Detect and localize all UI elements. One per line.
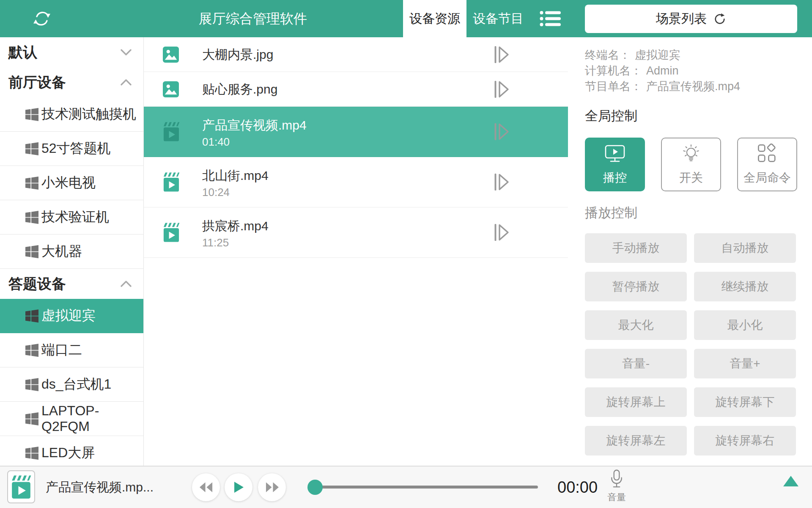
microphone-icon xyxy=(609,469,624,491)
resume-playback-button[interactable]: 继续播放 xyxy=(694,272,796,301)
video-file-icon xyxy=(163,122,180,142)
play-media-icon[interactable] xyxy=(494,80,509,99)
video-clapper-icon xyxy=(11,475,31,499)
tab-device-programs[interactable]: 设备节目 xyxy=(466,0,530,37)
windows-logo-icon xyxy=(25,412,38,425)
scene-list-button[interactable]: 场景列表 xyxy=(585,5,797,33)
volume-down-button[interactable]: 音量- xyxy=(585,349,687,378)
next-track-button[interactable] xyxy=(258,473,286,501)
global-command-mode-button[interactable]: 全局命令 xyxy=(737,138,797,191)
rotate-screen-right-button[interactable]: 旋转屏幕右 xyxy=(694,426,796,456)
volume-up-button[interactable]: 音量+ xyxy=(694,349,796,378)
windows-logo-icon xyxy=(25,309,38,323)
sidebar-item-label: 端口二 xyxy=(41,341,82,359)
sidebar-item[interactable]: 虚拟迎宾 xyxy=(0,299,143,333)
chevron-down-icon xyxy=(121,49,132,55)
media-duration: 11:25 xyxy=(202,236,229,249)
terminal-info: 终端名：虚拟迎宾 计算机名：Admin 节目单名：产品宣传视频.mp4 xyxy=(585,47,797,94)
sidebar-item-label: 虚拟迎宾 xyxy=(41,306,96,325)
progress-knob[interactable] xyxy=(307,480,323,495)
sidebar-item[interactable]: ds_台式机1 xyxy=(0,367,143,402)
playback-control-title: 播放控制 xyxy=(585,204,797,222)
media-file-name: 北山街.mp4 xyxy=(202,167,269,185)
tab-device-resources[interactable]: 设备资源 xyxy=(403,0,466,37)
media-row[interactable]: 拱宸桥.mp411:25 xyxy=(144,207,568,258)
top-bar: 展厅综合管理软件 设备资源 设备节目 场景列表 xyxy=(0,0,812,37)
video-file-icon xyxy=(163,223,180,243)
rotate-screen-up-button[interactable]: 旋转屏幕上 xyxy=(585,387,687,417)
play-button[interactable] xyxy=(225,473,252,501)
media-row[interactable]: 北山街.mp410:24 xyxy=(144,157,568,207)
sidebar-item-label: ds_台式机1 xyxy=(41,375,111,394)
windows-logo-icon xyxy=(25,245,38,258)
pause-playback-button[interactable]: 暂停播放 xyxy=(585,272,687,301)
sidebar-item-label: 技术测试触摸机 xyxy=(41,105,136,124)
media-row[interactable]: 产品宣传视频.mp401:40 xyxy=(144,107,568,157)
previous-track-button[interactable] xyxy=(192,473,220,501)
mode-button-label: 开关 xyxy=(679,170,703,186)
manual-play-button[interactable]: 手动播放 xyxy=(585,233,687,263)
global-control-title: 全局控制 xyxy=(585,107,797,125)
sidebar-group-label: 前厅设备 xyxy=(8,73,66,92)
play-media-icon[interactable] xyxy=(494,173,509,191)
rotate-screen-left-button[interactable]: 旋转屏幕左 xyxy=(585,426,687,456)
media-file-name: 贴心服务.png xyxy=(202,80,277,98)
elapsed-time: 00:00 xyxy=(557,467,598,508)
auto-play-button[interactable]: 自动播放 xyxy=(694,233,796,263)
volume-control[interactable]: 音量 xyxy=(605,469,628,504)
media-file-name: 产品宣传视频.mp4 xyxy=(202,117,307,134)
maximize-button[interactable]: 最大化 xyxy=(585,310,687,340)
monitor-play-icon xyxy=(604,144,625,164)
windows-logo-icon xyxy=(25,378,38,391)
image-file-icon xyxy=(163,47,179,63)
play-media-icon[interactable] xyxy=(494,45,509,64)
media-file-name: 大棚内景.jpg xyxy=(202,46,273,63)
sidebar-item[interactable]: 端口二 xyxy=(0,333,143,367)
sidebar-item[interactable]: 技术测试触摸机 xyxy=(0,97,143,132)
rewind-icon xyxy=(199,482,213,493)
media-list: 大棚内景.jpg贴心服务.png产品宣传视频.mp401:40北山街.mp410… xyxy=(144,37,568,258)
sidebar-item-label: LED大屏 xyxy=(41,444,95,462)
playlist-name-line: 节目单名：产品宣传视频.mp4 xyxy=(585,79,797,94)
collapse-panel-icon[interactable] xyxy=(783,476,798,486)
video-file-icon xyxy=(163,172,180,192)
sidebar-item[interactable]: 小米电视 xyxy=(0,166,143,200)
rotate-screen-down-button[interactable]: 旋转屏幕下 xyxy=(694,387,796,417)
refresh-icon xyxy=(713,13,726,25)
playback-buttons-grid: 手动播放自动播放暂停播放继续播放最大化最小化音量-音量+旋转屏幕上旋转屏幕下旋转… xyxy=(585,233,797,456)
sidebar-item[interactable]: LED大屏 xyxy=(0,436,143,466)
scene-list-label: 场景列表 xyxy=(656,10,707,28)
sidebar-group-header[interactable]: 答题设备 xyxy=(0,269,143,299)
sidebar-item-label: 技术验证机 xyxy=(41,208,109,226)
sidebar-group-label: 默认 xyxy=(8,43,37,62)
windows-logo-icon xyxy=(25,108,38,121)
media-duration: 01:40 xyxy=(202,135,230,149)
player-bar: 产品宣传视频.mp... 00:00 音量 xyxy=(0,466,812,508)
sidebar-group-label: 答题设备 xyxy=(8,274,66,294)
sidebar-item-label: 52寸答题机 xyxy=(41,139,111,158)
sidebar-item-label: 大机器 xyxy=(41,242,82,261)
windows-logo-icon xyxy=(25,447,38,460)
media-duration: 10:24 xyxy=(202,186,230,199)
play-media-icon[interactable] xyxy=(494,122,509,141)
sidebar-item[interactable]: 技术验证机 xyxy=(0,200,143,235)
chevron-up-icon xyxy=(121,281,132,287)
progress-track[interactable] xyxy=(315,486,538,489)
play-media-icon[interactable] xyxy=(494,223,509,242)
sidebar-item[interactable]: 大机器 xyxy=(0,235,143,269)
sidebar-item[interactable]: 52寸答题机 xyxy=(0,132,143,166)
computer-name-line: 计算机名：Admin xyxy=(585,63,797,79)
sidebar-group-header[interactable]: 默认 xyxy=(0,37,143,67)
sidebar-item[interactable]: LAPTOP-Q2FQM xyxy=(0,402,143,436)
sidebar-group-header[interactable]: 前厅设备 xyxy=(0,67,143,97)
refresh-sync-icon[interactable] xyxy=(32,9,52,28)
playback-control-mode-button[interactable]: 播控 xyxy=(585,138,645,191)
light-bulb-icon xyxy=(680,144,702,164)
minimize-button[interactable]: 最小化 xyxy=(694,310,796,340)
media-row[interactable]: 贴心服务.png xyxy=(144,72,568,107)
windows-logo-icon xyxy=(25,211,38,224)
menu-list-icon[interactable] xyxy=(540,10,562,27)
power-switch-mode-button[interactable]: 开关 xyxy=(661,138,721,191)
media-row[interactable]: 大棚内景.jpg xyxy=(144,37,568,72)
now-playing-thumbnail xyxy=(7,470,35,503)
